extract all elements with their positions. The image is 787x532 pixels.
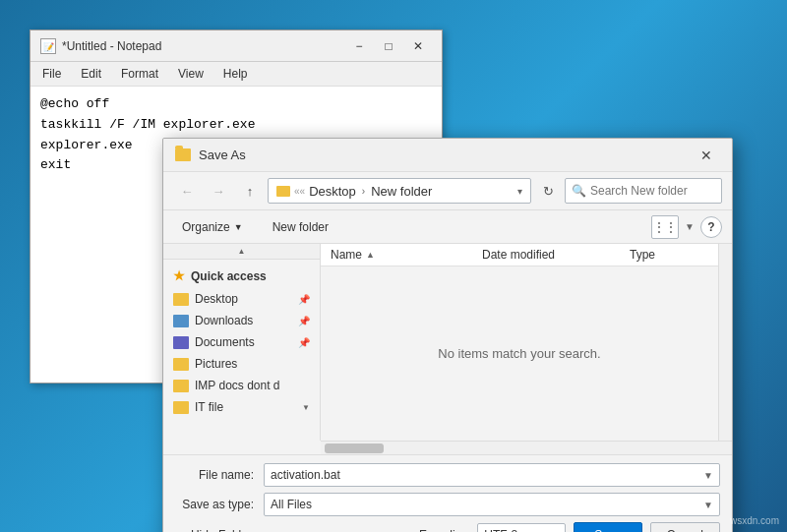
help-btn[interactable]: ? (700, 216, 722, 238)
empty-text: No items match your search. (438, 346, 600, 361)
address-part1: Desktop (309, 184, 356, 199)
file-header: Name ▲ Date modified Type (321, 244, 718, 266)
organize-label: Organize (182, 220, 230, 234)
savetype-arrow: ▼ (703, 500, 713, 510)
notepad-app-icon: 📝 (40, 38, 56, 54)
dialog-title: Save As (199, 148, 246, 162)
dialog-folder-icon (175, 148, 191, 161)
savetype-value: All Files (271, 498, 312, 511)
notepad-minimize-btn[interactable]: − (345, 36, 373, 56)
pictures-folder-icon (173, 358, 189, 371)
savetype-label: Save as type: (175, 498, 264, 511)
file-area: Name ▲ Date modified Type No items match… (321, 244, 718, 441)
filename-input-wrapper[interactable]: ▼ (264, 463, 720, 487)
scroll-up-arrow: ▲ (238, 247, 246, 256)
nav-scroll-down-indicator: ▼ (302, 403, 310, 412)
imp-docs-folder-icon (173, 380, 189, 392)
refresh-btn[interactable]: ↻ (535, 178, 561, 204)
nav-item-imp-docs[interactable]: IMP docs dont d (163, 375, 320, 396)
sort-asc-icon: ▲ (366, 250, 375, 260)
documents-folder-icon (173, 336, 189, 349)
type-col-label: Type (630, 248, 655, 262)
back-btn[interactable]: ← (173, 179, 201, 203)
notepad-titlebar: 📝 *Untitled - Notepad − □ ✕ (30, 30, 442, 62)
nav-item-it-file[interactable]: IT file ▼ (163, 396, 320, 418)
nav-documents-label: Documents (195, 335, 255, 349)
nav-panel-container: ▲ ★ Quick access Desktop 📌 Downloads 📌 (163, 244, 321, 441)
encoding-dropdown[interactable]: UTF-8 ▼ (477, 523, 566, 532)
search-icon: 🔍 (572, 184, 586, 198)
notepad-maximize-btn[interactable]: □ (375, 36, 402, 56)
nav-item-downloads[interactable]: Downloads 📌 (163, 310, 320, 331)
organize-btn[interactable]: Organize ▼ (173, 216, 252, 238)
address-dropdown-arrow[interactable]: ▾ (517, 186, 522, 197)
dialog-bottom: File name: ▼ Save as type: All Files ▼ ▲… (163, 454, 732, 532)
hide-folders-btn[interactable]: ▲ Hide Folders (175, 528, 258, 532)
command-bar: Organize ▼ New folder ⋮⋮ ▼ ? (163, 210, 732, 244)
horizontal-scrollbar[interactable] (321, 441, 732, 454)
desktop-folder-icon (173, 293, 189, 306)
address-bar[interactable]: «« Desktop › New folder ▾ (268, 178, 531, 204)
pin-icon-documents: 📌 (298, 337, 310, 348)
nav-quick-access[interactable]: ★ Quick access (163, 264, 320, 288)
dialog-toolbar: ← → ↑ «« Desktop › New folder ▾ ↻ 🔍 (163, 172, 732, 210)
menu-format[interactable]: Format (117, 65, 162, 83)
breadcrumb-chevron: › (362, 186, 365, 197)
new-folder-btn[interactable]: New folder (264, 216, 337, 238)
filename-dropdown-arrow: ▼ (703, 470, 713, 481)
file-list-scrollbar[interactable] (718, 244, 732, 441)
col-header-type[interactable]: Type (630, 248, 708, 262)
hide-folders-chevron: ▲ (175, 528, 187, 532)
scroll-up-area: ▲ (163, 244, 320, 260)
nav-downloads-label: Downloads (195, 314, 253, 327)
save-as-dialog: Save As ✕ ← → ↑ «« Desktop › New folder … (162, 138, 733, 532)
nav-item-desktop[interactable]: Desktop 📌 (163, 288, 320, 310)
dialog-titlebar: Save As ✕ (163, 139, 732, 172)
nav-item-pictures[interactable]: Pictures (163, 353, 320, 375)
view-toggle-btn[interactable]: ⋮⋮ (651, 215, 679, 239)
filename-label: File name: (175, 468, 264, 482)
search-bar[interactable]: 🔍 (565, 178, 722, 204)
nav-imp-docs-label: IMP docs dont d (195, 379, 280, 392)
menu-edit[interactable]: Edit (77, 65, 105, 83)
save-button[interactable]: Save (574, 522, 641, 532)
menu-view[interactable]: View (174, 65, 208, 83)
quick-access-label: Quick access (191, 269, 267, 283)
filename-row: File name: ▼ (175, 463, 720, 487)
watermark: wsxdn.com (730, 515, 779, 526)
cancel-button[interactable]: Cancel (650, 522, 720, 532)
view-dropdown-arrow[interactable]: ▼ (685, 221, 695, 232)
address-separator1: «« (294, 186, 305, 197)
encoding-label: Encoding: (419, 528, 471, 532)
dialog-main: ▲ ★ Quick access Desktop 📌 Downloads 📌 (163, 244, 732, 441)
menu-file[interactable]: File (38, 65, 65, 83)
notepad-close-btn[interactable]: ✕ (404, 36, 432, 56)
col-header-name[interactable]: Name ▲ (331, 248, 482, 262)
organize-chevron: ▼ (234, 222, 243, 232)
nav-it-file-label: IT file (195, 400, 223, 414)
up-btn[interactable]: ↑ (236, 179, 264, 203)
file-empty-message: No items match your search. (321, 266, 718, 441)
hide-folders-label: Hide Folders (191, 528, 258, 532)
pin-icon-desktop: 📌 (298, 294, 310, 305)
dialog-close-btn[interactable]: ✕ (693, 144, 720, 167)
forward-btn[interactable]: → (205, 179, 232, 203)
nav-desktop-label: Desktop (195, 292, 238, 306)
savetype-dropdown[interactable]: All Files ▼ (264, 493, 720, 516)
footer-right: Encoding: UTF-8 ▼ Save Cancel (419, 522, 720, 532)
nav-pictures-label: Pictures (195, 357, 237, 371)
notepad-menu: File Edit Format View Help (30, 62, 442, 87)
star-icon: ★ (173, 268, 185, 283)
menu-help[interactable]: Help (219, 65, 252, 83)
col-header-date[interactable]: Date modified (482, 248, 630, 262)
scrollbar-thumb (325, 443, 384, 453)
date-col-label: Date modified (482, 248, 555, 262)
nav-item-documents[interactable]: Documents 📌 (163, 331, 320, 353)
search-input[interactable] (590, 184, 715, 198)
footer-row: ▲ Hide Folders Encoding: UTF-8 ▼ Save Ca… (175, 522, 720, 532)
filename-input[interactable] (271, 468, 703, 482)
notepad-title: *Untitled - Notepad (62, 39, 161, 53)
downloads-folder-icon (173, 315, 189, 327)
it-file-folder-icon (173, 401, 189, 414)
nav-panel: ★ Quick access Desktop 📌 Downloads 📌 Doc… (163, 260, 321, 422)
